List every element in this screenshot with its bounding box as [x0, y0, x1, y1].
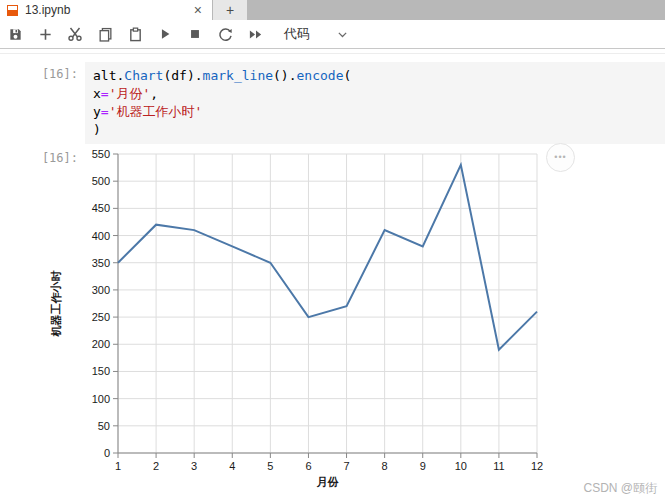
svg-text:250: 250 — [92, 311, 110, 323]
cell-type-label: 代码 — [284, 25, 310, 43]
save-button[interactable] — [0, 20, 30, 48]
svg-text:300: 300 — [92, 284, 110, 296]
content-divider — [0, 53, 665, 54]
cut-icon — [67, 26, 83, 42]
svg-text:50: 50 — [98, 420, 110, 432]
cell-type-dropdown[interactable]: 代码 — [284, 25, 349, 43]
svg-text:12: 12 — [531, 460, 543, 472]
run-all-icon — [248, 27, 263, 42]
svg-text:机器工作小时: 机器工作小时 — [50, 271, 62, 338]
code-line: y='机器工作小时' — [93, 103, 657, 121]
restart-kernel-button[interactable] — [210, 20, 240, 48]
svg-text:1: 1 — [115, 460, 121, 472]
restart-kernel-icon — [218, 27, 233, 42]
tab-notebook[interactable]: 13.ipynb × — [0, 0, 212, 20]
stop-icon — [188, 27, 202, 41]
run-icon — [158, 27, 172, 41]
svg-text:7: 7 — [343, 460, 349, 472]
svg-text:3: 3 — [191, 460, 197, 472]
code-line: x='月份', — [93, 85, 657, 103]
insert-cell-icon — [38, 27, 53, 42]
svg-text:0: 0 — [104, 447, 110, 459]
svg-text:550: 550 — [92, 148, 110, 160]
svg-text:4: 4 — [229, 460, 235, 472]
copy-icon — [98, 27, 113, 42]
svg-text:5: 5 — [267, 460, 273, 472]
svg-text:100: 100 — [92, 393, 110, 405]
paste-icon — [128, 27, 143, 42]
svg-text:10: 10 — [455, 460, 467, 472]
code-line: ) — [93, 121, 657, 139]
tab-bar: 13.ipynb × + — [0, 0, 665, 20]
insert-cell-button[interactable] — [30, 20, 60, 48]
save-icon — [8, 27, 23, 42]
ellipsis-icon: ••• — [554, 153, 566, 162]
notebook-window: 13.ipynb × + — [0, 0, 665, 504]
code-editor[interactable]: alt.Chart(df).mark_line().encode(x='月份',… — [85, 62, 665, 144]
svg-text:月份: 月份 — [317, 476, 340, 488]
chart-actions-button[interactable]: ••• — [546, 143, 575, 172]
paste-button[interactable] — [120, 20, 150, 48]
copy-button[interactable] — [90, 20, 120, 48]
code-line: alt.Chart(df).mark_line().encode( — [93, 67, 657, 85]
svg-text:450: 450 — [92, 202, 110, 214]
svg-text:500: 500 — [92, 175, 110, 187]
chart-svg: 0501001502002503003504004505005501234567… — [50, 148, 545, 495]
cut-button[interactable] — [60, 20, 90, 48]
svg-text:11: 11 — [493, 460, 504, 472]
run-button[interactable] — [150, 20, 180, 48]
input-prompt: [16]: — [0, 67, 78, 81]
tab-title: 13.ipynb — [25, 3, 192, 17]
svg-text:400: 400 — [92, 230, 110, 242]
chart-output: 0501001502002503003504004505005501234567… — [50, 148, 545, 499]
svg-text:8: 8 — [382, 460, 388, 472]
new-tab-button[interactable]: + — [213, 0, 247, 20]
stop-button[interactable] — [180, 20, 210, 48]
notebook-file-icon — [7, 5, 18, 16]
close-tab-icon[interactable]: × — [192, 3, 204, 17]
svg-text:350: 350 — [92, 257, 110, 269]
notebook-toolbar: 代码 — [0, 20, 665, 49]
run-all-button[interactable] — [240, 20, 270, 48]
svg-text:2: 2 — [153, 460, 159, 472]
svg-text:200: 200 — [92, 338, 110, 350]
svg-text:9: 9 — [420, 460, 426, 472]
svg-text:6: 6 — [305, 460, 311, 472]
svg-text:150: 150 — [92, 365, 110, 377]
chevron-down-icon — [336, 28, 349, 41]
watermark: CSDN @颐街 — [583, 480, 657, 497]
